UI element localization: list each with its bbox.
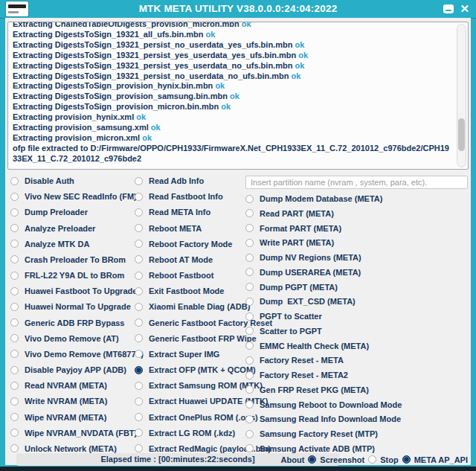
radio-button[interactable] xyxy=(10,287,19,295)
option-row[interactable]: Write PART (META) xyxy=(245,237,402,248)
option-row[interactable]: Analyze Preloader xyxy=(10,223,144,234)
radio-button[interactable] xyxy=(10,350,19,358)
minimize-button[interactable] xyxy=(443,4,454,13)
radio-button[interactable] xyxy=(135,444,143,452)
option-row[interactable]: Samsung Read Info Download Mode xyxy=(245,414,402,424)
radio-button[interactable] xyxy=(135,177,143,185)
option-row[interactable]: Analyze MTK DA xyxy=(10,239,144,249)
option-row[interactable]: PGPT to Scatter xyxy=(245,311,402,321)
radio-button[interactable] xyxy=(245,224,254,232)
option-row[interactable]: Dump Preloader xyxy=(10,207,144,217)
radio-button[interactable] xyxy=(245,209,254,217)
radio-button[interactable] xyxy=(10,318,19,327)
option-row[interactable]: Vivo New SEC ReadInfo (FM) xyxy=(10,191,144,202)
option-row[interactable]: Read PART (META) xyxy=(245,208,402,219)
option-row[interactable]: Format PART (META) xyxy=(245,223,402,234)
radio-button[interactable] xyxy=(135,193,143,201)
radio-button[interactable] xyxy=(10,208,19,217)
about-button[interactable]: About xyxy=(281,455,305,464)
radio-button[interactable] xyxy=(10,366,19,374)
option-row[interactable]: Disable Auth xyxy=(10,176,144,186)
radio-button[interactable] xyxy=(245,268,254,276)
option-row[interactable]: Generic ADB FRP Bypass xyxy=(10,318,144,328)
option-row[interactable]: Dump EXT_CSD (META) xyxy=(245,296,402,307)
toggle-radio[interactable] xyxy=(402,455,411,464)
radio-button[interactable] xyxy=(135,208,143,217)
radio-button[interactable] xyxy=(10,193,19,201)
radio-button[interactable] xyxy=(245,298,254,306)
radio-button[interactable] xyxy=(245,356,254,365)
radio-button[interactable] xyxy=(135,272,143,280)
option-row[interactable]: Factory Reset - META xyxy=(245,355,402,365)
option-row[interactable]: Dump PGPT (META) xyxy=(245,282,402,292)
radio-button[interactable] xyxy=(245,195,254,203)
toggle-radio[interactable] xyxy=(368,455,376,464)
radio-button[interactable] xyxy=(135,334,143,342)
radio-button[interactable] xyxy=(135,224,143,232)
log-scrollbar-thumb[interactable] xyxy=(458,118,465,151)
radio-button[interactable] xyxy=(135,413,143,421)
radio-button[interactable] xyxy=(135,366,143,374)
radio-button[interactable] xyxy=(245,327,254,335)
option-row[interactable]: Unlock Network (META) xyxy=(10,443,144,454)
radio-button[interactable] xyxy=(10,413,19,421)
radio-button[interactable] xyxy=(10,255,19,263)
option-row[interactable]: Dump USERAREA (META) xyxy=(245,267,402,278)
option-row[interactable]: Dump Modem Database (META) xyxy=(245,193,402,204)
option-row[interactable]: Dump NV Regions (META) xyxy=(245,252,402,263)
partition-name-input[interactable] xyxy=(245,176,468,189)
radio-button[interactable] xyxy=(245,239,254,247)
radio-button[interactable] xyxy=(10,397,19,406)
option-row[interactable]: Wipe NVRAM_NVDATA (FBT) xyxy=(10,428,144,438)
radio-button[interactable] xyxy=(245,313,254,321)
radio-button[interactable] xyxy=(135,429,143,437)
option-row[interactable]: Huawei Fastboot To Upgrade xyxy=(10,286,144,296)
radio-button[interactable] xyxy=(135,240,143,248)
radio-button[interactable] xyxy=(245,254,254,262)
option-row[interactable]: Scatter to PGPT xyxy=(245,326,402,336)
option-row[interactable]: Samsung Factory Reset (MTP) xyxy=(245,429,402,439)
radio-button[interactable] xyxy=(10,240,19,248)
radio-button[interactable] xyxy=(245,415,254,423)
option-row[interactable]: Crash Preloader To BRom xyxy=(10,254,144,265)
radio-button[interactable] xyxy=(10,444,19,452)
radio-button[interactable] xyxy=(135,397,143,406)
radio-button[interactable] xyxy=(245,444,254,452)
radio-button[interactable] xyxy=(10,382,19,390)
option-row[interactable]: Gen FRP Reset PKG (META) xyxy=(245,385,402,395)
radio-button[interactable] xyxy=(135,350,143,358)
radio-button[interactable] xyxy=(10,429,19,437)
option-row[interactable]: Samsung Activate ADB (MTP) xyxy=(245,443,402,454)
radio-button[interactable] xyxy=(10,177,19,185)
radio-button[interactable] xyxy=(10,334,19,342)
option-row[interactable]: Read NVRAM (META) xyxy=(10,380,144,391)
option-row[interactable]: Factory Reset - META2 xyxy=(245,370,402,380)
radio-button[interactable] xyxy=(245,342,254,350)
option-row[interactable]: FRL-L22 Y9A DL to BRom xyxy=(10,270,144,281)
toggle-radio[interactable] xyxy=(308,455,316,464)
radio-button[interactable] xyxy=(135,318,143,327)
radio-button[interactable] xyxy=(135,303,143,311)
radio-button[interactable] xyxy=(10,224,19,232)
radio-button[interactable] xyxy=(245,430,254,438)
radio-button[interactable] xyxy=(245,371,254,379)
radio-button[interactable] xyxy=(10,272,19,280)
log-output[interactable]: Extracting ChainedTableOfDigests_provisi… xyxy=(7,22,469,170)
option-row[interactable]: Write NVRAM (META) xyxy=(10,396,144,406)
log-scrollbar[interactable] xyxy=(457,24,466,167)
option-row[interactable]: Wipe NVRAM (META) xyxy=(10,412,144,423)
option-row[interactable]: Huawei Normal To Upgrade xyxy=(10,301,144,312)
radio-button[interactable] xyxy=(245,385,254,394)
close-button[interactable]: ✕ xyxy=(460,0,469,18)
radio-button[interactable] xyxy=(135,287,143,295)
radio-button[interactable] xyxy=(245,283,254,291)
radio-button[interactable] xyxy=(135,255,143,263)
option-row[interactable]: EMMC Health Check (META) xyxy=(245,341,402,351)
radio-button[interactable] xyxy=(10,303,19,311)
radio-button[interactable] xyxy=(245,400,254,408)
radio-button[interactable] xyxy=(135,382,143,390)
option-row[interactable]: Vivo Demo Remove (MT6877T) xyxy=(10,349,144,359)
option-row[interactable]: Vivo Demo Remove (AT) xyxy=(10,333,144,344)
option-row[interactable]: Disable Payjoy APP (ADB) xyxy=(10,365,144,375)
option-row[interactable]: Samsung Reboot to Download Mode xyxy=(245,400,402,410)
